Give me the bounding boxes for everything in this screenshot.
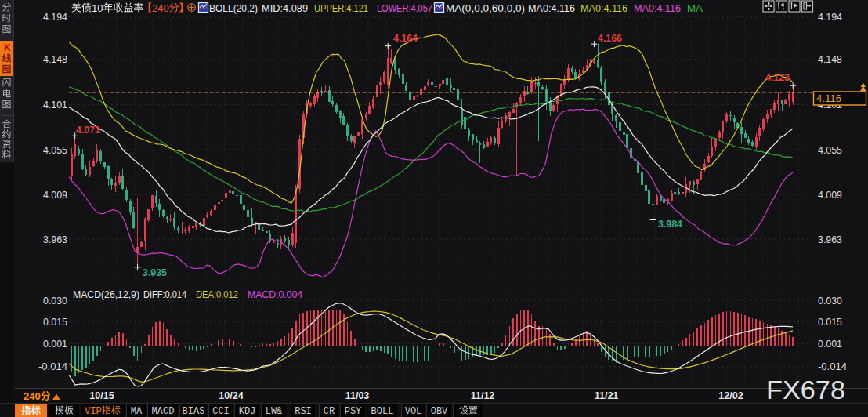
svg-text:4.148: 4.148 [818,54,842,65]
svg-text:MACD:0.004: MACD:0.004 [248,289,302,300]
svg-text:0.030: 0.030 [43,296,67,306]
svg-text:4.055: 4.055 [43,145,67,156]
svg-text:4.071: 4.071 [76,125,100,136]
svg-text:11/03: 11/03 [345,390,370,401]
svg-text:3.935: 3.935 [143,267,167,278]
svg-text:240: 240 [152,2,169,14]
svg-text:4.009: 4.009 [818,190,842,201]
svg-text:4.009: 4.009 [43,190,67,201]
svg-text:4.055: 4.055 [818,145,842,156]
svg-text:OBV: OBV [431,406,448,417]
svg-text:BOLL(20,2): BOLL(20,2) [209,2,258,14]
svg-text:RSI: RSI [295,406,312,417]
svg-text:MA0:4.116: MA0:4.116 [634,2,681,14]
svg-text:CR: CR [324,406,335,417]
svg-text:DEA:0.012: DEA:0.012 [196,289,238,300]
svg-text:4.164: 4.164 [393,33,418,44]
svg-text:-0.014: -0.014 [38,361,67,372]
svg-text:CCI: CCI [212,406,230,417]
svg-text:4.194: 4.194 [43,12,67,23]
svg-text:4.166: 4.166 [598,33,622,44]
svg-text:10/24: 10/24 [219,390,243,401]
svg-text:0.001: 0.001 [818,339,842,350]
svg-text:MA: MA [131,406,143,417]
svg-text:VIP: VIP [85,406,102,417]
svg-text:0.030: 0.030 [818,296,842,306]
svg-text:MA: MA [687,2,703,14]
svg-text:LW&: LW& [266,406,283,417]
svg-text:MA0:4.116: MA0:4.116 [580,2,627,14]
svg-text:11/12: 11/12 [471,390,495,401]
svg-text:10/15: 10/15 [89,390,114,401]
svg-text:LOWER:4.057: LOWER:4.057 [377,2,432,14]
svg-text:4.123: 4.123 [765,72,790,83]
svg-text:BIAS: BIAS [183,406,205,417]
svg-text:VOL: VOL [405,406,422,417]
svg-text:3.963: 3.963 [818,234,842,245]
svg-text:BOLL: BOLL [371,406,394,417]
svg-text:DIFF:0.014: DIFF:0.014 [143,289,186,300]
svg-text:3.963: 3.963 [43,234,67,245]
svg-text:4.194: 4.194 [818,12,842,23]
svg-text:K: K [4,42,11,53]
svg-text:0.001: 0.001 [43,339,67,350]
svg-text:10: 10 [92,2,103,14]
svg-text:MA0:4.116: MA0:4.116 [528,2,575,14]
svg-text:FX678: FX678 [766,375,845,404]
svg-text:4.148: 4.148 [43,54,67,65]
svg-text:4.101: 4.101 [43,100,67,111]
svg-text:KDJ: KDJ [239,406,256,417]
svg-text:UPPER:4.121: UPPER:4.121 [314,2,368,14]
svg-text:0.015: 0.015 [818,317,842,328]
svg-text:-0.014: -0.014 [818,361,847,372]
svg-text:MACD(26,12,9): MACD(26,12,9) [73,289,139,300]
svg-text:MA(0,0,0,60,0,0): MA(0,0,0,60,0,0) [446,2,525,14]
svg-text:0.015: 0.015 [43,317,67,328]
svg-text:11/21: 11/21 [595,390,619,401]
svg-text:MID:4.089: MID:4.089 [262,2,308,14]
svg-text:240: 240 [24,390,41,402]
svg-text:MACD: MACD [152,406,175,417]
svg-text:12/02: 12/02 [718,390,743,401]
svg-text:4.116: 4.116 [816,92,841,104]
svg-text:PSY: PSY [345,406,362,417]
svg-text:3.984: 3.984 [658,219,682,230]
